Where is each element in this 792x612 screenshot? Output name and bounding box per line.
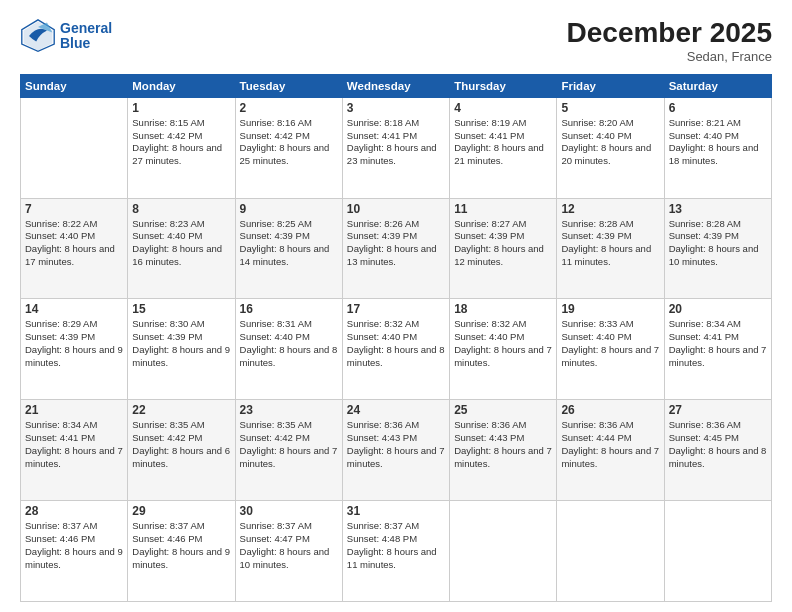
calendar-cell: 23Sunrise: 8:35 AM Sunset: 4:42 PM Dayli… xyxy=(235,400,342,501)
calendar-cell: 16Sunrise: 8:31 AM Sunset: 4:40 PM Dayli… xyxy=(235,299,342,400)
cell-info: Sunrise: 8:36 AM Sunset: 4:44 PM Dayligh… xyxy=(561,419,659,470)
calendar-cell: 22Sunrise: 8:35 AM Sunset: 4:42 PM Dayli… xyxy=(128,400,235,501)
header-cell-monday: Monday xyxy=(128,74,235,97)
calendar-cell xyxy=(557,501,664,602)
day-number: 22 xyxy=(132,403,230,417)
calendar-cell: 25Sunrise: 8:36 AM Sunset: 4:43 PM Dayli… xyxy=(450,400,557,501)
header-cell-friday: Friday xyxy=(557,74,664,97)
cell-info: Sunrise: 8:23 AM Sunset: 4:40 PM Dayligh… xyxy=(132,218,230,269)
calendar-table: SundayMondayTuesdayWednesdayThursdayFrid… xyxy=(20,74,772,602)
day-number: 15 xyxy=(132,302,230,316)
day-number: 12 xyxy=(561,202,659,216)
calendar-cell: 4Sunrise: 8:19 AM Sunset: 4:41 PM Daylig… xyxy=(450,97,557,198)
cell-info: Sunrise: 8:21 AM Sunset: 4:40 PM Dayligh… xyxy=(669,117,767,168)
calendar-cell: 7Sunrise: 8:22 AM Sunset: 4:40 PM Daylig… xyxy=(21,198,128,299)
cell-info: Sunrise: 8:37 AM Sunset: 4:46 PM Dayligh… xyxy=(132,520,230,571)
day-number: 6 xyxy=(669,101,767,115)
calendar-header: SundayMondayTuesdayWednesdayThursdayFrid… xyxy=(21,74,772,97)
cell-info: Sunrise: 8:35 AM Sunset: 4:42 PM Dayligh… xyxy=(240,419,338,470)
cell-info: Sunrise: 8:16 AM Sunset: 4:42 PM Dayligh… xyxy=(240,117,338,168)
day-number: 2 xyxy=(240,101,338,115)
page: General Blue December 2025 Sedan, France… xyxy=(0,0,792,612)
cell-info: Sunrise: 8:34 AM Sunset: 4:41 PM Dayligh… xyxy=(669,318,767,369)
day-number: 21 xyxy=(25,403,123,417)
day-number: 11 xyxy=(454,202,552,216)
day-number: 18 xyxy=(454,302,552,316)
cell-info: Sunrise: 8:37 AM Sunset: 4:47 PM Dayligh… xyxy=(240,520,338,571)
calendar-cell: 11Sunrise: 8:27 AM Sunset: 4:39 PM Dayli… xyxy=(450,198,557,299)
calendar-cell: 5Sunrise: 8:20 AM Sunset: 4:40 PM Daylig… xyxy=(557,97,664,198)
calendar-body: 1Sunrise: 8:15 AM Sunset: 4:42 PM Daylig… xyxy=(21,97,772,601)
day-number: 5 xyxy=(561,101,659,115)
calendar-cell: 15Sunrise: 8:30 AM Sunset: 4:39 PM Dayli… xyxy=(128,299,235,400)
calendar-cell xyxy=(664,501,771,602)
calendar-cell: 12Sunrise: 8:28 AM Sunset: 4:39 PM Dayli… xyxy=(557,198,664,299)
day-number: 10 xyxy=(347,202,445,216)
calendar-cell: 21Sunrise: 8:34 AM Sunset: 4:41 PM Dayli… xyxy=(21,400,128,501)
logo-icon xyxy=(20,18,56,54)
week-row-1: 7Sunrise: 8:22 AM Sunset: 4:40 PM Daylig… xyxy=(21,198,772,299)
calendar-cell: 18Sunrise: 8:32 AM Sunset: 4:40 PM Dayli… xyxy=(450,299,557,400)
cell-info: Sunrise: 8:30 AM Sunset: 4:39 PM Dayligh… xyxy=(132,318,230,369)
calendar-cell: 27Sunrise: 8:36 AM Sunset: 4:45 PM Dayli… xyxy=(664,400,771,501)
cell-info: Sunrise: 8:36 AM Sunset: 4:43 PM Dayligh… xyxy=(454,419,552,470)
day-number: 25 xyxy=(454,403,552,417)
calendar-cell: 1Sunrise: 8:15 AM Sunset: 4:42 PM Daylig… xyxy=(128,97,235,198)
header-cell-saturday: Saturday xyxy=(664,74,771,97)
day-number: 29 xyxy=(132,504,230,518)
day-number: 19 xyxy=(561,302,659,316)
week-row-3: 21Sunrise: 8:34 AM Sunset: 4:41 PM Dayli… xyxy=(21,400,772,501)
header-row: SundayMondayTuesdayWednesdayThursdayFrid… xyxy=(21,74,772,97)
cell-info: Sunrise: 8:15 AM Sunset: 4:42 PM Dayligh… xyxy=(132,117,230,168)
day-number: 3 xyxy=(347,101,445,115)
logo-line1: General xyxy=(60,21,112,36)
header-cell-tuesday: Tuesday xyxy=(235,74,342,97)
cell-info: Sunrise: 8:25 AM Sunset: 4:39 PM Dayligh… xyxy=(240,218,338,269)
calendar-cell: 29Sunrise: 8:37 AM Sunset: 4:46 PM Dayli… xyxy=(128,501,235,602)
calendar-cell: 6Sunrise: 8:21 AM Sunset: 4:40 PM Daylig… xyxy=(664,97,771,198)
day-number: 4 xyxy=(454,101,552,115)
calendar-cell xyxy=(450,501,557,602)
cell-info: Sunrise: 8:29 AM Sunset: 4:39 PM Dayligh… xyxy=(25,318,123,369)
logo-line2: Blue xyxy=(60,36,112,51)
calendar-cell: 30Sunrise: 8:37 AM Sunset: 4:47 PM Dayli… xyxy=(235,501,342,602)
cell-info: Sunrise: 8:27 AM Sunset: 4:39 PM Dayligh… xyxy=(454,218,552,269)
cell-info: Sunrise: 8:28 AM Sunset: 4:39 PM Dayligh… xyxy=(561,218,659,269)
week-row-4: 28Sunrise: 8:37 AM Sunset: 4:46 PM Dayli… xyxy=(21,501,772,602)
cell-info: Sunrise: 8:20 AM Sunset: 4:40 PM Dayligh… xyxy=(561,117,659,168)
cell-info: Sunrise: 8:34 AM Sunset: 4:41 PM Dayligh… xyxy=(25,419,123,470)
cell-info: Sunrise: 8:36 AM Sunset: 4:43 PM Dayligh… xyxy=(347,419,445,470)
cell-info: Sunrise: 8:37 AM Sunset: 4:48 PM Dayligh… xyxy=(347,520,445,571)
logo: General Blue xyxy=(20,18,112,54)
week-row-0: 1Sunrise: 8:15 AM Sunset: 4:42 PM Daylig… xyxy=(21,97,772,198)
day-number: 8 xyxy=(132,202,230,216)
cell-info: Sunrise: 8:19 AM Sunset: 4:41 PM Dayligh… xyxy=(454,117,552,168)
day-number: 30 xyxy=(240,504,338,518)
day-number: 26 xyxy=(561,403,659,417)
calendar-cell: 31Sunrise: 8:37 AM Sunset: 4:48 PM Dayli… xyxy=(342,501,449,602)
day-number: 16 xyxy=(240,302,338,316)
day-number: 24 xyxy=(347,403,445,417)
calendar-cell: 24Sunrise: 8:36 AM Sunset: 4:43 PM Dayli… xyxy=(342,400,449,501)
cell-info: Sunrise: 8:28 AM Sunset: 4:39 PM Dayligh… xyxy=(669,218,767,269)
day-number: 31 xyxy=(347,504,445,518)
day-number: 23 xyxy=(240,403,338,417)
calendar-cell: 26Sunrise: 8:36 AM Sunset: 4:44 PM Dayli… xyxy=(557,400,664,501)
calendar: SundayMondayTuesdayWednesdayThursdayFrid… xyxy=(20,74,772,602)
day-number: 27 xyxy=(669,403,767,417)
cell-info: Sunrise: 8:35 AM Sunset: 4:42 PM Dayligh… xyxy=(132,419,230,470)
cell-info: Sunrise: 8:36 AM Sunset: 4:45 PM Dayligh… xyxy=(669,419,767,470)
week-row-2: 14Sunrise: 8:29 AM Sunset: 4:39 PM Dayli… xyxy=(21,299,772,400)
cell-info: Sunrise: 8:22 AM Sunset: 4:40 PM Dayligh… xyxy=(25,218,123,269)
cell-info: Sunrise: 8:18 AM Sunset: 4:41 PM Dayligh… xyxy=(347,117,445,168)
calendar-cell: 8Sunrise: 8:23 AM Sunset: 4:40 PM Daylig… xyxy=(128,198,235,299)
calendar-cell: 17Sunrise: 8:32 AM Sunset: 4:40 PM Dayli… xyxy=(342,299,449,400)
day-number: 13 xyxy=(669,202,767,216)
calendar-cell: 2Sunrise: 8:16 AM Sunset: 4:42 PM Daylig… xyxy=(235,97,342,198)
cell-info: Sunrise: 8:37 AM Sunset: 4:46 PM Dayligh… xyxy=(25,520,123,571)
calendar-cell xyxy=(21,97,128,198)
cell-info: Sunrise: 8:26 AM Sunset: 4:39 PM Dayligh… xyxy=(347,218,445,269)
subtitle: Sedan, France xyxy=(567,49,772,64)
calendar-cell: 19Sunrise: 8:33 AM Sunset: 4:40 PM Dayli… xyxy=(557,299,664,400)
calendar-cell: 3Sunrise: 8:18 AM Sunset: 4:41 PM Daylig… xyxy=(342,97,449,198)
